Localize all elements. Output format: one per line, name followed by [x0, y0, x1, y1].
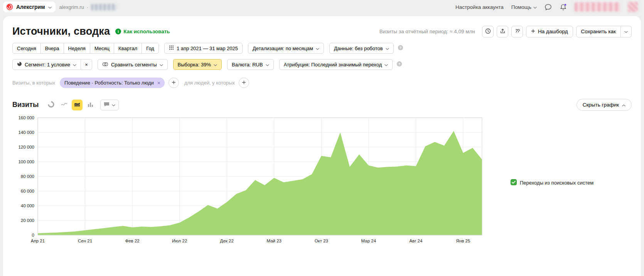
chart-type-pie-button[interactable] — [46, 100, 56, 110]
compare-segments-dropdown[interactable]: Сравнить сегменты — [98, 59, 168, 70]
attribution-dropdown[interactable]: Атрибуция: Последний значимый переход — [279, 59, 393, 70]
legend-item-search-traffic[interactable]: Переходы из поисковых систем — [511, 179, 593, 186]
report-card: Источники, сводка i Как использовать Виз… — [3, 16, 641, 276]
legend-checkbox-icon[interactable] — [511, 179, 517, 186]
history-button[interactable] — [482, 26, 494, 37]
add-people-condition-button[interactable] — [239, 78, 249, 88]
people-condition-label: для людей, у которых — [184, 80, 235, 86]
period-tab-yesterday[interactable]: Вчера — [40, 43, 64, 54]
period-tab-today[interactable]: Сегодня — [12, 43, 41, 54]
account-settings-link[interactable]: Настройка аккаунта — [455, 4, 504, 10]
period-tab-month[interactable]: Месяц — [90, 43, 114, 54]
page-title: Источники, сводка — [12, 25, 110, 37]
segment-clear-button[interactable]: × — [81, 59, 92, 70]
svg-text:?: ? — [399, 46, 401, 49]
plus-icon — [242, 80, 246, 86]
condition-pill-label: Поведение · Роботность: Только люди — [64, 80, 154, 86]
how-to-use-label: Как использовать — [123, 29, 170, 34]
detail-dropdown[interactable]: Детализация: по месяцам — [248, 43, 324, 54]
svg-text:140 000: 140 000 — [18, 130, 34, 135]
clock-icon — [485, 28, 491, 35]
site-domain: alexgrim.ru — [59, 4, 84, 10]
add-visit-condition-button[interactable] — [169, 78, 179, 88]
chart-notes-dropdown[interactable] — [100, 100, 119, 110]
plus-icon — [172, 80, 176, 86]
segment-control: Сегмент: 1 условие × — [12, 59, 92, 70]
period-tabs: Сегодня Вчера Неделя Месяц Квартал Год — [12, 43, 159, 54]
segment-condition-pill[interactable]: Поведение · Роботность: Только люди × — [60, 78, 165, 88]
metrica-logo-icon — [6, 3, 13, 10]
counter-id-blurred — [91, 4, 116, 10]
how-to-use-link[interactable]: i Как использовать — [115, 29, 170, 34]
chevron-down-icon — [73, 62, 76, 68]
svg-text:Янв 25: Янв 25 — [456, 239, 470, 243]
counter-site: alexgrim.ru · — [59, 4, 117, 10]
topbar: Алексгрим alexgrim.ru · Настройка аккаун… — [0, 0, 644, 14]
chevron-down-icon — [214, 62, 217, 68]
svg-text:Окт 23: Окт 23 — [315, 239, 328, 243]
add-to-dashboard-button[interactable]: На дашборд — [526, 26, 573, 37]
chart-type-line-button[interactable] — [59, 100, 69, 110]
hide-chart-label: Скрыть график — [583, 102, 619, 108]
legend-label: Переходы из поисковых систем — [520, 180, 593, 186]
avatar[interactable] — [628, 2, 638, 12]
visits-summary: Визиты за отчётный период: ≈ 4,09 млн — [379, 29, 475, 34]
svg-text:80 000: 80 000 — [21, 174, 34, 179]
segment-dropdown[interactable]: Сегмент: 1 условие — [12, 59, 81, 70]
currency-dropdown[interactable]: Валюта: RUB — [227, 59, 274, 70]
svg-text:Фев 22: Фев 22 — [125, 239, 139, 243]
chevron-down-icon — [384, 62, 388, 68]
chevron-down-icon — [386, 46, 389, 51]
segment-label: Сегмент: 1 условие — [25, 62, 70, 68]
plus-icon — [531, 29, 535, 34]
stacked-area-icon — [74, 102, 80, 108]
period-tab-quarter[interactable]: Квартал — [114, 43, 142, 54]
bell-icon[interactable] — [560, 3, 567, 11]
svg-text:Дек 22: Дек 22 — [220, 239, 234, 243]
date-range-button[interactable]: 1 апр 2021 — 31 мар 2025 — [164, 43, 243, 54]
help-question-icon[interactable]: ? — [398, 45, 403, 52]
chevron-down-icon — [624, 29, 628, 34]
svg-text:?: ? — [398, 62, 400, 66]
chat-icon[interactable] — [545, 3, 552, 11]
hide-chart-button[interactable]: Скрыть график — [577, 99, 632, 111]
save-as-button[interactable]: Сохранить как — [576, 26, 621, 37]
svg-text:Мар 24: Мар 24 — [361, 239, 376, 243]
line-chart-icon — [61, 102, 67, 108]
save-as-dropdown-button[interactable] — [621, 26, 632, 37]
help-menu[interactable]: Помощь — [511, 4, 537, 10]
pill-close-icon[interactable]: × — [157, 80, 160, 86]
pie-icon — [17, 61, 22, 68]
export-button[interactable] — [497, 26, 508, 37]
chevron-up-icon — [622, 102, 625, 108]
svg-text:i: i — [118, 30, 119, 34]
currency-label: Валюта: RUB — [232, 62, 263, 68]
chevron-down-icon — [112, 102, 115, 108]
counter-name: Алексгрим — [16, 4, 45, 10]
sampling-dropdown[interactable]: Выборка: 39% — [173, 59, 222, 70]
quotes-icon — [514, 28, 520, 35]
svg-text:60 000: 60 000 — [21, 189, 34, 193]
chevron-down-icon — [160, 62, 163, 68]
user-account-blurred[interactable] — [575, 2, 620, 12]
site-dot: · — [87, 4, 88, 10]
svg-text:120 000: 120 000 — [18, 145, 34, 149]
svg-text:100 000: 100 000 — [18, 159, 34, 164]
data-mode-label: Данные: без роботов — [334, 46, 383, 51]
svg-text:Авг 24: Авг 24 — [409, 239, 423, 243]
help-question-icon[interactable]: ? — [396, 61, 402, 68]
chevron-down-icon — [266, 62, 269, 68]
chevron-down-icon — [533, 4, 537, 10]
annotations-button[interactable] — [511, 26, 523, 37]
chart-type-columns-button[interactable] — [85, 100, 96, 110]
counter-selector[interactable]: Алексгрим — [3, 2, 56, 12]
help-label: Помощь — [511, 4, 531, 10]
chart-type-area-button[interactable] — [72, 100, 83, 110]
sampling-label: Выборка: 39% — [178, 62, 211, 68]
period-tab-week[interactable]: Неделя — [64, 43, 90, 54]
visits-chart[interactable]: 020 00040 00060 00080 000100 000120 0001… — [12, 114, 491, 251]
chart-title: Визиты — [12, 101, 39, 109]
data-mode-dropdown[interactable]: Данные: без роботов — [329, 43, 394, 54]
svg-text:Апр 21: Апр 21 — [31, 239, 45, 243]
period-tab-year[interactable]: Год — [142, 43, 159, 54]
